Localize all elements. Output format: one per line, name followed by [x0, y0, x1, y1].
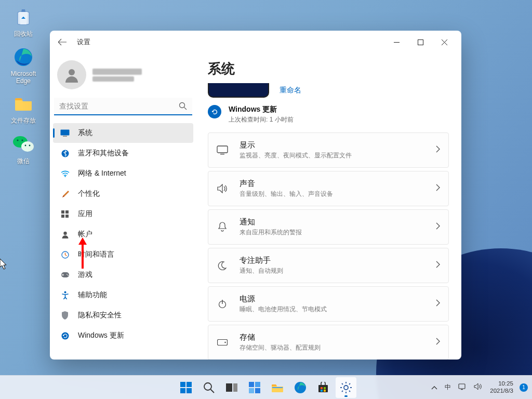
- sidebar-item-system[interactable]: 系统: [53, 123, 193, 143]
- svg-rect-42: [226, 383, 232, 392]
- accessibility-icon: [60, 290, 70, 300]
- folder-icon: [12, 92, 35, 115]
- minimize-button[interactable]: [384, 34, 408, 50]
- sidebar-item-accounts[interactable]: 帐户: [53, 224, 193, 244]
- tray-volume-icon[interactable]: [472, 383, 484, 392]
- bluetooth-icon: [60, 149, 70, 158]
- sidebar-nav: 系统 蓝牙和其他设备 网络 & Internet 个性化 应用 帐户 时间和语言…: [52, 123, 194, 346]
- svg-rect-19: [61, 210, 64, 214]
- tray-ime[interactable]: 中: [443, 383, 453, 392]
- settings-card-power[interactable]: 电源睡眠、电池使用情况、节电模式: [208, 286, 449, 322]
- svg-rect-51: [321, 387, 323, 389]
- desktop-icon-folder[interactable]: 文件存放: [5, 90, 42, 130]
- svg-rect-38: [180, 388, 185, 393]
- taskbar-settings[interactable]: [336, 377, 356, 398]
- svg-rect-54: [324, 390, 326, 392]
- start-button[interactable]: [176, 377, 196, 398]
- taskbar-taskview[interactable]: [221, 377, 242, 398]
- svg-point-5: [21, 139, 23, 141]
- svg-rect-9: [418, 39, 423, 45]
- svg-rect-50: [318, 385, 328, 392]
- content-area: 系统 重命名 Windows 更新 上次检查时间: 1 小时前 显示监视器、亮度…: [197, 54, 461, 360]
- svg-point-35: [224, 342, 225, 343]
- wechat-icon: [12, 132, 35, 155]
- svg-point-27: [68, 275, 69, 276]
- person-icon: [60, 230, 70, 239]
- account-name-redacted: [92, 67, 142, 83]
- chevron-right-icon: [436, 338, 440, 347]
- sidebar-item-time[interactable]: 时间和语言: [53, 245, 193, 264]
- chevron-right-icon: [436, 299, 440, 309]
- apps-icon: [60, 209, 70, 219]
- svg-rect-22: [65, 215, 69, 218]
- taskbar-explorer[interactable]: [267, 377, 288, 398]
- settings-card-focus[interactable]: 专注助手通知、自动规则: [208, 248, 449, 283]
- svg-rect-31: [220, 154, 224, 154]
- update-icon: [60, 331, 70, 340]
- sidebar-item-update[interactable]: Windows 更新: [53, 326, 193, 345]
- svg-point-26: [66, 274, 68, 275]
- svg-point-12: [69, 69, 75, 75]
- desktop-icon-recycle-bin[interactable]: 回收站: [5, 3, 42, 44]
- desktop-icons: 回收站 Microsoft Edge 文件存放 微信: [5, 3, 42, 171]
- settings-card-sound[interactable]: 声音音量级别、输出、输入、声音设备: [208, 171, 449, 206]
- tray-clock[interactable]: 10:25 2021/8/3: [488, 380, 515, 395]
- taskbar-search[interactable]: [198, 377, 219, 398]
- tray-network-icon[interactable]: [457, 383, 468, 392]
- sidebar-item-privacy[interactable]: 隐私和安全性: [53, 305, 193, 325]
- svg-rect-46: [249, 388, 254, 393]
- svg-rect-21: [61, 215, 64, 218]
- sidebar-item-bluetooth[interactable]: 蓝牙和其他设备: [53, 143, 193, 163]
- settings-card-storage[interactable]: 存储存储空间、驱动器、配置规则: [208, 325, 449, 360]
- brush-icon: [60, 189, 70, 198]
- sidebar-item-personalize[interactable]: 个性化: [53, 184, 193, 204]
- display-icon: [217, 145, 228, 155]
- chevron-right-icon: [436, 222, 440, 232]
- taskbar-widgets[interactable]: [244, 377, 265, 398]
- svg-rect-36: [180, 382, 185, 387]
- rename-link[interactable]: 重命名: [280, 86, 301, 95]
- maximize-button[interactable]: [408, 34, 432, 50]
- chevron-right-icon: [436, 184, 440, 193]
- settings-card-display[interactable]: 显示监视器、亮度、夜间模式、显示配置文件: [208, 132, 449, 168]
- desktop-icon-label: 回收站: [14, 30, 33, 37]
- taskbar-store[interactable]: [313, 377, 334, 398]
- tray-notification-badge[interactable]: 1: [520, 383, 528, 392]
- desktop-icon-label: 微信: [17, 157, 30, 165]
- update-sync-icon: [208, 105, 221, 118]
- settings-window: 设置 系统 蓝牙和其他设备 网络 & Internet: [50, 31, 461, 360]
- svg-rect-16: [63, 136, 67, 137]
- storage-icon: [217, 339, 228, 345]
- window-title: 设置: [77, 37, 90, 47]
- chevron-right-icon: [436, 261, 440, 270]
- moon-icon: [217, 261, 228, 270]
- svg-rect-15: [61, 130, 70, 136]
- back-button[interactable]: [55, 35, 70, 49]
- mouse-cursor: [0, 259, 8, 270]
- search-input[interactable]: [54, 98, 192, 115]
- desktop-icon-edge[interactable]: Microsoft Edge: [5, 44, 42, 90]
- svg-point-7: [29, 145, 31, 147]
- svg-rect-47: [255, 388, 260, 393]
- settings-card-notifications[interactable]: 通知来自应用和系统的警报: [208, 209, 449, 245]
- svg-point-4: [17, 139, 18, 141]
- svg-line-41: [211, 389, 215, 393]
- sidebar-item-network[interactable]: 网络 & Internet: [53, 164, 193, 183]
- taskbar-edge[interactable]: [290, 377, 311, 398]
- wifi-icon: [60, 169, 70, 178]
- sidebar-item-apps[interactable]: 应用: [53, 204, 193, 224]
- taskbar-center: [176, 377, 356, 398]
- taskbar: 中 10:25 2021/8/3 1: [0, 375, 532, 399]
- svg-point-3: [21, 141, 34, 152]
- svg-line-14: [184, 108, 187, 110]
- svg-rect-56: [459, 384, 465, 389]
- sound-icon: [217, 184, 228, 193]
- chevron-right-icon: [436, 145, 440, 155]
- sidebar-item-accessibility[interactable]: 辅助功能: [53, 285, 193, 305]
- windows-update-row[interactable]: Windows 更新 上次检查时间: 1 小时前: [208, 105, 449, 124]
- close-button[interactable]: [432, 34, 456, 50]
- account-block[interactable]: [52, 55, 194, 98]
- sidebar-item-gaming[interactable]: 游戏: [53, 265, 193, 285]
- desktop-icon-wechat[interactable]: 微信: [5, 130, 42, 171]
- tray-chevron-icon[interactable]: [430, 384, 439, 391]
